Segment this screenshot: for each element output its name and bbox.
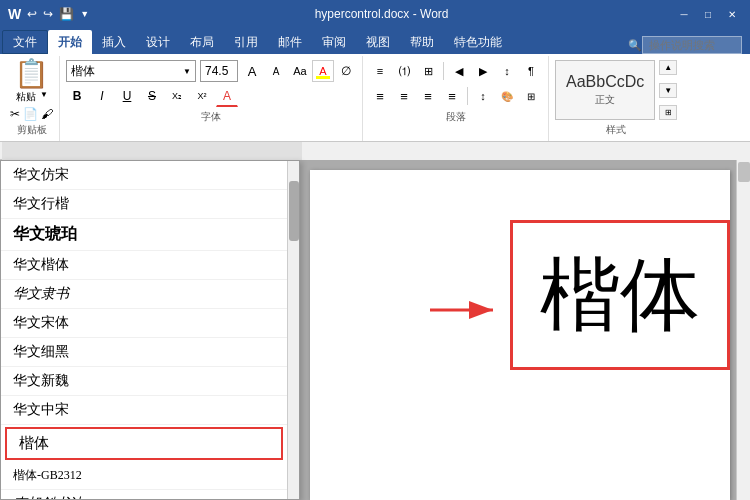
font-dropdown-scroll[interactable]: 华文仿宋 华文行楷 华文琥珀 华文楷体 华文隶书 华文宋体 华文细黑 华文新魏 … — [1, 161, 299, 499]
clipboard-label-row: 剪贴板 — [17, 123, 47, 137]
tab-design[interactable]: 设计 — [136, 30, 180, 54]
font-item-huawenfangsong[interactable]: 华文仿宋 — [1, 161, 287, 190]
quick-access-save[interactable]: 💾 — [59, 7, 74, 21]
copy-button[interactable]: 📄 — [23, 107, 38, 121]
sort-button[interactable]: ↕ — [496, 60, 518, 82]
font-item-huawenzongyi[interactable]: 华文隶书 — [1, 280, 287, 309]
font-size-increase[interactable]: A — [242, 60, 262, 82]
format-painter-button[interactable]: 🖌 — [41, 107, 53, 121]
tab-references[interactable]: 引用 — [224, 30, 268, 54]
style-preview-text: AaBbCcDc — [566, 73, 644, 91]
search-input[interactable] — [642, 36, 742, 54]
align-left-button[interactable]: ≡ — [369, 85, 391, 107]
strikethrough-button[interactable]: S — [141, 85, 163, 107]
font-preview-text: 楷体 — [540, 255, 700, 335]
style-preview-label: 正文 — [595, 93, 615, 107]
clipboard-label: 剪贴板 — [17, 123, 47, 137]
tab-file[interactable]: 文件 — [2, 30, 48, 54]
line-spacing-button[interactable]: ↕ — [472, 85, 494, 107]
tab-home[interactable]: 开始 — [48, 30, 92, 54]
font-row2: B I U S X₂ X² A — [66, 85, 356, 107]
font-size-box[interactable]: 74.5 — [200, 60, 238, 82]
styles-expand[interactable]: ⊞ — [659, 105, 677, 120]
tab-layout[interactable]: 布局 — [180, 30, 224, 54]
styles-scroll-down[interactable]: ▼ — [659, 83, 677, 98]
tab-view[interactable]: 视图 — [356, 30, 400, 54]
borders-button[interactable]: ⊞ — [520, 85, 542, 107]
font-item-huawenpobo[interactable]: 华文琥珀 — [1, 219, 287, 251]
font-highlight-button[interactable]: A — [312, 60, 334, 82]
para-divider2 — [467, 87, 468, 105]
tab-mailings[interactable]: 邮件 — [268, 30, 312, 54]
dropdown-scrollbar[interactable] — [287, 161, 299, 499]
paste-options: 粘贴 ▼ — [14, 90, 49, 104]
font-size-decrease[interactable]: A — [266, 60, 286, 82]
styles-arrows: ▲ ▼ ⊞ — [659, 60, 677, 120]
font-group: 楷体 ▼ 74.5 A A Aa A ∅ B I U S X₂ X² — [60, 56, 363, 141]
font-color-button[interactable]: A — [216, 85, 238, 107]
svg-rect-2 — [302, 142, 750, 160]
paste-button[interactable]: 📋 — [14, 60, 49, 88]
underline-button[interactable]: U — [116, 85, 138, 107]
quick-access-dropdown[interactable]: ▼ — [80, 9, 89, 19]
align-center-button[interactable]: ≡ — [393, 85, 415, 107]
font-preview-box: 楷体 — [510, 220, 730, 370]
title-bar-left: W ↩ ↪ 💾 ▼ — [8, 6, 89, 22]
styles-group: AaBbCcDc 正文 ▲ ▼ ⊞ 样式 — [549, 56, 683, 141]
maximize-button[interactable]: □ — [698, 6, 718, 22]
align-right-button[interactable]: ≡ — [417, 85, 439, 107]
arrow-svg — [425, 290, 505, 330]
shading-button[interactable]: 🎨 — [496, 85, 518, 107]
cut-button[interactable]: ✂ — [10, 107, 20, 121]
ribbon-tabs: 文件 开始 插入 设计 布局 引用 邮件 审阅 视图 帮助 特色功能 🔍 — [0, 28, 750, 54]
increase-indent-button[interactable]: ▶ — [472, 60, 494, 82]
para-divider1 — [443, 62, 444, 80]
minimize-button[interactable]: ─ — [674, 6, 694, 22]
paragraph-group: ≡ ⑴ ⊞ ◀ ▶ ↕ ¶ ≡ ≡ ≡ ≡ ↕ 🎨 ⊞ 段落 — [363, 56, 549, 141]
font-item-caixie[interactable]: 李旭斜书法 — [1, 490, 287, 499]
italic-button[interactable]: I — [91, 85, 113, 107]
tab-insert[interactable]: 插入 — [92, 30, 136, 54]
main-scrollbar[interactable] — [736, 160, 750, 500]
search-area: 🔍 — [628, 36, 750, 54]
bold-button[interactable]: B — [66, 85, 88, 107]
bullets-button[interactable]: ≡ — [369, 60, 391, 82]
font-item-huawensongti[interactable]: 华文宋体 — [1, 309, 287, 338]
decrease-indent-button[interactable]: ◀ — [448, 60, 470, 82]
tab-help[interactable]: 帮助 — [400, 30, 444, 54]
show-marks-button[interactable]: ¶ — [520, 60, 542, 82]
font-name-box[interactable]: 楷体 ▼ — [66, 60, 196, 82]
justify-button[interactable]: ≡ — [441, 85, 463, 107]
multilevel-list-button[interactable]: ⊞ — [417, 60, 439, 82]
font-item-huawenkaiti[interactable]: 华文楷体 — [1, 251, 287, 280]
paste-dropdown[interactable]: ▼ — [39, 90, 49, 104]
superscript-button[interactable]: X² — [191, 85, 213, 107]
paste-label[interactable]: 粘贴 — [14, 90, 38, 104]
tab-review[interactable]: 审阅 — [312, 30, 356, 54]
font-item-huawenzhongsong[interactable]: 华文中宋 — [1, 396, 287, 425]
font-item-huawenxinwei[interactable]: 华文新魏 — [1, 367, 287, 396]
quick-access-undo[interactable]: ↩ — [27, 7, 37, 21]
title-bar-title: hypercontrol.docx - Word — [315, 7, 449, 21]
arrow-annotation — [425, 290, 505, 334]
clear-format-button[interactable]: ∅ — [336, 60, 356, 82]
dropdown-scrollbar-thumb[interactable] — [289, 181, 299, 241]
numbering-button[interactable]: ⑴ — [393, 60, 415, 82]
ribbon: 📋 粘贴 ▼ ✂ 📄 🖌 剪贴板 楷体 ▼ 74.5 A A — [0, 54, 750, 142]
close-button[interactable]: ✕ — [722, 6, 742, 22]
font-item-huawenxihei[interactable]: 华文细黑 — [1, 338, 287, 367]
style-normal[interactable]: AaBbCcDc 正文 — [555, 60, 655, 120]
font-item-kaiti[interactable]: 楷体 — [5, 427, 283, 460]
title-bar-controls: ─ □ ✕ — [674, 6, 742, 22]
main-area: 华文仿宋 华文行楷 华文琥珀 华文楷体 华文隶书 华文宋体 华文细黑 华文新魏 … — [0, 160, 750, 500]
font-extra-row: Aa A ∅ — [290, 60, 356, 82]
font-item-huawenxingshu[interactable]: 华文行楷 — [1, 190, 287, 219]
font-item-kaiti-gb[interactable]: 楷体-GB2312 — [1, 462, 287, 490]
subscript-button[interactable]: X₂ — [166, 85, 188, 107]
font-aa-button[interactable]: Aa — [290, 60, 310, 82]
styles-scroll-up[interactable]: ▲ — [659, 60, 677, 75]
quick-access-redo[interactable]: ↪ — [43, 7, 53, 21]
tab-special[interactable]: 特色功能 — [444, 30, 512, 54]
para-row2: ≡ ≡ ≡ ≡ ↕ 🎨 ⊞ — [369, 85, 542, 107]
scrollbar-thumb-top[interactable] — [738, 162, 750, 182]
